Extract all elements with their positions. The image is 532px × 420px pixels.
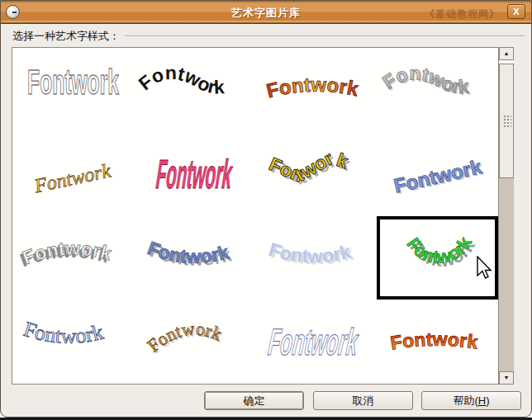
gallery-scrollbar[interactable]: ▲ ▼	[499, 47, 514, 385]
cancel-button[interactable]: 取消	[313, 391, 413, 410]
fontwork-style-15[interactable]: Fontwork	[255, 300, 377, 384]
fontwork-style-7[interactable]: Fontwork Fontwork	[255, 132, 377, 216]
close-button[interactable]: X	[507, 4, 525, 19]
fontwork-style-9[interactable]: Fontwork Fontwork	[12, 216, 134, 300]
scrollbar-grip	[502, 114, 511, 128]
fontwork-style-1[interactable]: Fontwork	[12, 48, 134, 132]
fontwork-text: Fontwork	[264, 73, 361, 102]
scrollbar-thumb[interactable]	[499, 64, 514, 178]
fontwork-style-13[interactable]: Fontwork	[12, 300, 134, 384]
fontwork-text: Fontwork	[27, 64, 119, 101]
prompt-row: 选择一种艺术字样式：	[12, 30, 525, 43]
fontwork-preview: Fontwork Fontwork	[12, 216, 134, 300]
titlebar[interactable]: 艺术字图片库 《基础教程网》 X	[1, 1, 531, 24]
fontwork-text: Fontwork	[266, 321, 360, 363]
fontwork-text: Fontwork	[31, 159, 112, 196]
help-label-suffix: )	[486, 394, 489, 407]
fontwork-preview: Fontwork	[255, 300, 377, 384]
scroll-up-icon[interactable]: ▲	[499, 47, 514, 60]
mouse-cursor	[476, 256, 494, 281]
fontwork-text: Fontwork	[392, 155, 484, 197]
fontwork-text: Fontwork	[389, 328, 479, 354]
fontwork-style-2[interactable]: Fontwork	[134, 48, 255, 132]
fontwork-preview: Fontwork	[134, 132, 255, 216]
prompt-rule	[125, 35, 525, 37]
fontwork-style-11[interactable]: Fontwork Fontwork	[255, 216, 377, 300]
fontwork-style-10[interactable]: Fontwork Fontwork	[134, 216, 255, 300]
fontwork-gallery-dialog: 艺术字图片库 《基础教程网》 X 选择一种艺术字样式： Fontwork	[0, 0, 532, 418]
fontwork-style-4[interactable]: Fontwork Fontwork	[377, 48, 498, 132]
fontwork-style-6[interactable]: Fontwork	[134, 132, 255, 216]
fontwork-gallery: Fontwork Fontwork	[12, 47, 499, 385]
fontwork-text: Fontwork	[135, 62, 226, 98]
fontwork-preview: Fontwork Fontwork	[255, 216, 377, 300]
ok-button[interactable]: 确定	[204, 391, 304, 410]
fontwork-text: Fontwork	[266, 147, 351, 186]
scroll-down-icon[interactable]: ▼	[499, 371, 514, 385]
fontwork-style-16[interactable]: Fontwork	[377, 300, 498, 384]
fontwork-text: Fontwork	[154, 151, 234, 196]
fontwork-text: Fontwork	[143, 319, 225, 356]
fontwork-text: Fontwork	[267, 238, 354, 267]
fontwork-style-14[interactable]: Fontwork Fontwork	[134, 300, 255, 384]
fontwork-preview: Fontwork Fontwork	[134, 216, 255, 300]
fontwork-preview: Fontwork	[12, 48, 134, 132]
fontwork-style-5[interactable]: Fontwork	[12, 132, 134, 216]
fontwork-preview: Fontwork	[255, 48, 377, 132]
fontwork-style-8[interactable]: Fontwork Fontwork	[377, 132, 498, 216]
fontwork-preview: Fontwork Fontwork	[134, 300, 255, 384]
help-mnemonic: H	[478, 394, 486, 407]
fontwork-preview: Fontwork Fontwork	[255, 132, 377, 216]
fontwork-preview: Fontwork	[377, 300, 498, 384]
screenshot: 艺术字图片库 《基础教程网》 X 选择一种艺术字样式： Fontwork	[0, 0, 532, 420]
fontwork-preview: Fontwork Fontwork	[377, 48, 498, 132]
tile-grid: Fontwork Fontwork	[12, 48, 498, 384]
fontwork-text: Fontwork	[21, 317, 106, 348]
help-button[interactable]: 帮助(H)	[421, 391, 521, 410]
fontwork-preview: Fontwork	[12, 132, 134, 216]
help-label-prefix: 帮助(	[453, 394, 477, 407]
fontwork-preview: Fontwork Fontwork	[377, 132, 498, 216]
fontwork-style-3[interactable]: Fontwork	[255, 48, 377, 132]
fontwork-preview: Fontwork	[134, 48, 255, 132]
prompt-label: 选择一种艺术字样式：	[12, 29, 120, 44]
fontwork-preview: Fontwork	[12, 300, 134, 384]
titlebar-watermark: 《基础教程网》	[425, 7, 500, 21]
